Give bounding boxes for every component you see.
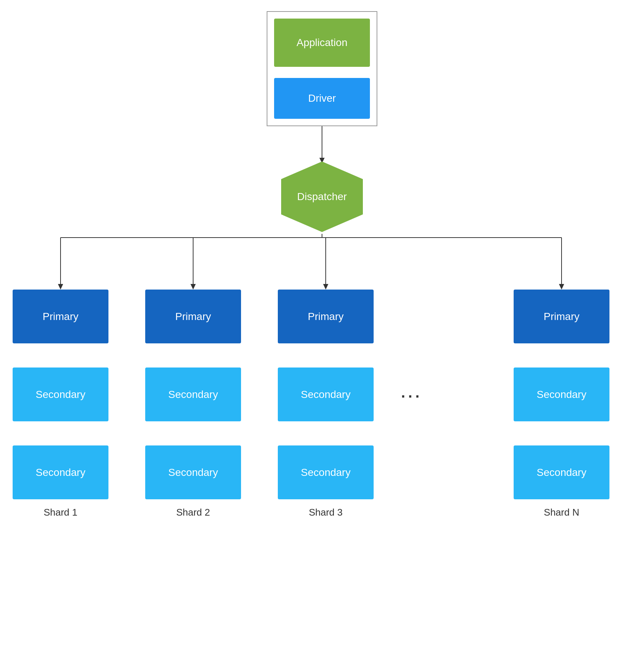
secondary-node-1-2: Secondary: [145, 368, 241, 421]
primary-node-1: Primary: [13, 290, 108, 343]
architecture-diagram: Application Driver Dispatcher Primary Pr…: [0, 0, 644, 650]
primary-node-3: Primary: [278, 290, 374, 343]
primary-label-n: Primary: [544, 311, 579, 323]
driver-node: Driver: [274, 78, 370, 119]
shard-label-2: Shard 2: [145, 507, 241, 518]
secondary-label-2-n: Secondary: [537, 467, 586, 478]
secondary-node-1-n: Secondary: [514, 368, 609, 421]
secondary-label-2-3: Secondary: [301, 467, 351, 478]
shard-2-text: Shard 2: [176, 507, 210, 518]
secondary-label-1-n: Secondary: [537, 389, 586, 401]
shard-3-text: Shard 3: [309, 507, 342, 518]
secondary-node-2-3: Secondary: [278, 445, 374, 499]
svg-marker-7: [191, 284, 196, 290]
secondary-node-2-2: Secondary: [145, 445, 241, 499]
secondary-node-1-3: Secondary: [278, 368, 374, 421]
secondary-node-2-1: Secondary: [13, 445, 108, 499]
shard-label-1: Shard 1: [13, 507, 108, 518]
shard-label-n: Shard N: [514, 507, 609, 518]
primary-node-n: Primary: [514, 290, 609, 343]
secondary-node-1-1: Secondary: [13, 368, 108, 421]
secondary-label-1-1: Secondary: [36, 389, 85, 401]
secondary-label-1-2: Secondary: [168, 389, 218, 401]
secondary-label-2-2: Secondary: [168, 467, 218, 478]
application-node: Application: [274, 19, 370, 67]
dispatcher-node: Dispatcher: [281, 160, 363, 234]
primary-label-2: Primary: [175, 311, 211, 323]
secondary-label-2-1: Secondary: [36, 467, 85, 478]
shard-n-text: Shard N: [544, 507, 579, 518]
dispatcher-hexagon: Dispatcher: [281, 161, 363, 232]
svg-marker-5: [58, 284, 63, 290]
shard-label-3: Shard 3: [278, 507, 374, 518]
primary-label-3: Primary: [308, 311, 344, 323]
primary-label-1: Primary: [43, 311, 78, 323]
svg-marker-9: [323, 284, 328, 290]
secondary-node-2-n: Secondary: [514, 445, 609, 499]
dispatcher-label: Dispatcher: [297, 191, 347, 203]
application-label: Application: [297, 37, 348, 49]
secondary-label-1-3: Secondary: [301, 389, 351, 401]
shard-1-text: Shard 1: [43, 507, 77, 518]
driver-label: Driver: [308, 92, 336, 104]
primary-node-2: Primary: [145, 290, 241, 343]
ellipsis: ...: [401, 384, 422, 401]
svg-marker-11: [559, 284, 564, 290]
